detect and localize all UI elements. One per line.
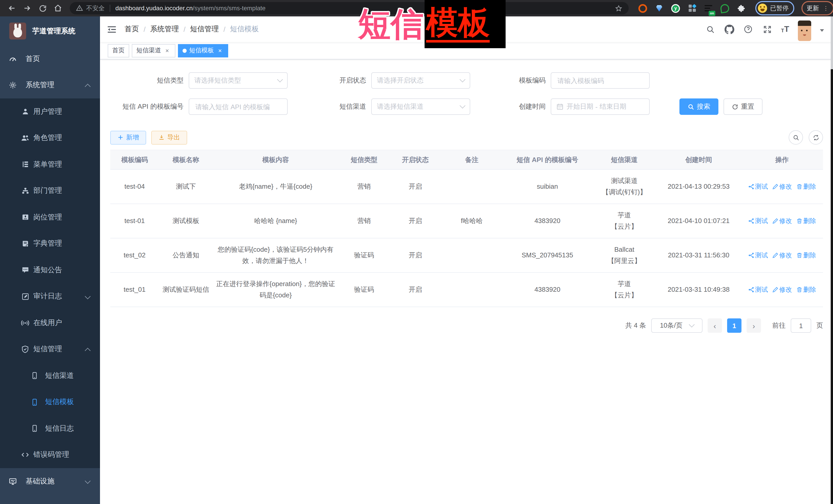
font-size-icon[interactable]: TT [781, 25, 789, 33]
close-icon[interactable]: × [164, 47, 171, 54]
browser-forward-icon[interactable] [21, 2, 34, 15]
tag-home[interactable]: 首页 [108, 44, 129, 57]
profile-avatar-emoji [758, 4, 767, 13]
api-template-id-input[interactable] [194, 102, 282, 111]
table-header-row: 模板编码 模板名称 模板内容 短信类型 开启状态 备注 短信 API 的模板编号… [110, 150, 823, 169]
user-avatar[interactable] [798, 21, 811, 41]
sidebar-item-sms-template[interactable]: 短信模板 [0, 389, 100, 415]
share-icon [748, 252, 754, 258]
extension-y-icon[interactable]: y [671, 3, 681, 13]
sidebar-item-sms[interactable]: 短信管理 [0, 336, 100, 362]
template-code-input[interactable] [556, 76, 644, 85]
next-page-button[interactable]: › [746, 318, 761, 333]
api-template-id-label: 短信 API 的模板编号 [110, 102, 189, 111]
dashboard-icon [9, 55, 17, 63]
table-row: test_01 测试验证码短信 正在进行登录操作{operation}，您的验证… [110, 272, 823, 307]
share-icon [748, 218, 754, 224]
delete-link[interactable]: 删除 [796, 250, 816, 261]
mobile-icon [30, 372, 39, 380]
sidebar-item-posts[interactable]: 岗位管理 [0, 204, 100, 231]
delete-link[interactable]: 删除 [796, 284, 816, 295]
sidebar-item-users[interactable]: 用户管理 [0, 98, 100, 125]
delete-link[interactable]: 删除 [796, 215, 816, 226]
sms-type-select[interactable]: 请选择短信类型 [189, 72, 288, 89]
close-icon[interactable]: × [216, 47, 223, 54]
test-link[interactable]: 测试 [748, 215, 768, 226]
search-button[interactable]: 搜索 [680, 98, 718, 115]
goto-label: 前往 [772, 321, 786, 330]
sidebar-collapse-icon[interactable] [100, 17, 124, 42]
test-link[interactable]: 测试 [748, 284, 768, 295]
edit-link[interactable]: 修改 [772, 250, 792, 261]
channel-select[interactable]: 请选择短信渠道 [371, 98, 470, 115]
header-search-icon[interactable] [705, 24, 715, 34]
sidebar-item-menus[interactable]: 菜单管理 [0, 151, 100, 178]
sidebar-item-notices[interactable]: 通知公告 [0, 257, 100, 283]
sidebar: 芋道管理系统 首页 系统管理 用户管理 角色管理 [0, 17, 100, 504]
create-time-label: 创建时间 [489, 102, 551, 111]
monitor-icon [9, 477, 17, 485]
extension-magnifier-icon[interactable] [720, 3, 730, 13]
extension-orange-icon[interactable] [638, 3, 648, 13]
test-link[interactable]: 测试 [748, 181, 768, 192]
browser-home-icon[interactable] [51, 2, 65, 15]
help-icon[interactable] [743, 24, 753, 34]
edit-link[interactable]: 修改 [772, 181, 792, 192]
breadcrumb-sms[interactable]: 短信管理 [190, 25, 219, 34]
add-button[interactable]: 新增 [110, 130, 146, 144]
edit-link[interactable]: 修改 [772, 215, 792, 226]
browser-reload-icon[interactable] [36, 2, 49, 15]
sidebar-item-audit-log[interactable]: 审计日志 [0, 283, 100, 310]
app-logo-row[interactable]: 芋道管理系统 [0, 17, 100, 46]
refresh-table-button[interactable] [809, 130, 823, 145]
create-time-range-picker[interactable]: 开始日期 - 结束日期 [551, 98, 650, 115]
page-size-select[interactable]: 10条/页 [651, 318, 703, 333]
reset-button[interactable]: 重置 [723, 98, 762, 115]
breadcrumb-system[interactable]: 系统管理 [150, 25, 179, 34]
github-icon[interactable] [724, 24, 734, 34]
app-logo [9, 23, 26, 40]
browser-profile-button[interactable]: 已暂停 [755, 1, 794, 16]
browser-url-bar[interactable]: 不安全 dashboard.yudao.iocoder.cn/system/sm… [70, 2, 629, 14]
pagination: 共 4 条 10条/页 ‹ 1 › 前往 页 [110, 318, 823, 333]
scrollbar-thumb[interactable] [831, 17, 833, 69]
status-select[interactable]: 请选择开启状态 [371, 72, 470, 89]
sidebar-item-sms-channel[interactable]: 短信渠道 [0, 362, 100, 389]
sidebar-item-home[interactable]: 首页 [0, 46, 100, 72]
sidebar-item-online-users[interactable]: 在线用户 [0, 310, 100, 336]
mobile-icon [30, 398, 39, 406]
export-button[interactable]: 导出 [151, 130, 187, 144]
goto-page-input[interactable] [791, 318, 811, 333]
fullscreen-icon[interactable] [762, 24, 772, 34]
sidebar-item-departments[interactable]: 部门管理 [0, 178, 100, 204]
browser-update-menu-button[interactable]: 更新 ⋮ [802, 1, 833, 16]
chevron-up-icon [85, 83, 91, 90]
sidebar-item-sms-log[interactable]: 短信日志 [0, 415, 100, 442]
edit-link[interactable]: 修改 [772, 284, 792, 295]
template-code-input-wrap [551, 72, 650, 89]
plus-icon [117, 134, 124, 141]
delete-link[interactable]: 删除 [796, 181, 816, 192]
extensions-puzzle-icon[interactable] [736, 3, 746, 13]
shield-check-icon [21, 345, 29, 354]
sidebar-item-dictionary[interactable]: 字典管理 [0, 231, 100, 257]
browser-back-icon[interactable] [5, 2, 19, 15]
calendar-icon [556, 103, 564, 110]
tag-sms-template[interactable]: 短信模板 × [178, 44, 228, 57]
tag-sms-channel[interactable]: 短信渠道 × [132, 44, 175, 57]
sidebar-item-infrastructure[interactable]: 基础设施 [0, 468, 100, 495]
bookmark-star-icon[interactable] [615, 4, 622, 12]
sidebar-item-system[interactable]: 系统管理 [0, 72, 100, 98]
test-link[interactable]: 测试 [748, 250, 768, 261]
prev-page-button[interactable]: ‹ [708, 318, 722, 333]
sidebar-item-roles[interactable]: 角色管理 [0, 125, 100, 151]
toggle-search-button[interactable] [789, 130, 803, 145]
extension-gem-icon[interactable] [654, 3, 664, 13]
template-code-label: 模板编码 [489, 76, 551, 85]
sidebar-item-error-codes[interactable]: 错误码管理 [0, 442, 100, 468]
current-page[interactable]: 1 [727, 318, 741, 333]
extension-list-icon[interactable]: on [704, 3, 713, 13]
avatar-caret-icon[interactable] [820, 29, 824, 31]
breadcrumb-home[interactable]: 首页 [125, 25, 139, 34]
extension-grid-icon[interactable] [687, 3, 697, 13]
